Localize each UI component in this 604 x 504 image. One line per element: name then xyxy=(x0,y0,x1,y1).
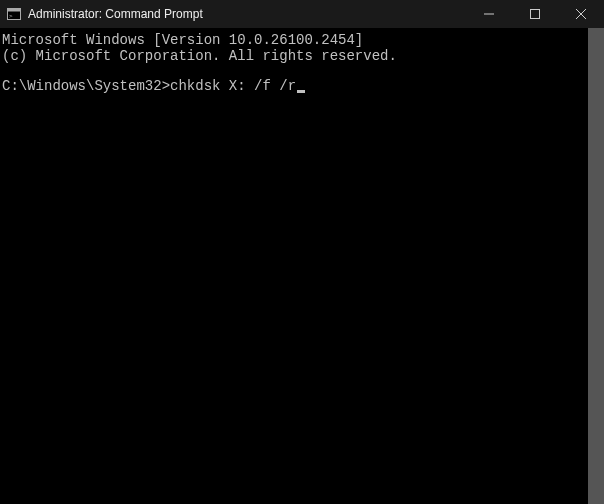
scrollbar-thumb[interactable] xyxy=(588,28,604,504)
prompt-line: C:\Windows\System32>chkdsk X: /f /r xyxy=(2,78,602,94)
command-prompt-window: >_ Administrator: Command Prompt xyxy=(0,0,604,504)
typed-command: chkdsk X: /f /r xyxy=(170,78,296,94)
svg-text:>_: >_ xyxy=(9,12,17,20)
close-icon xyxy=(576,9,586,19)
minimize-icon xyxy=(484,9,494,19)
maximize-button[interactable] xyxy=(512,0,558,28)
window-controls xyxy=(466,0,604,28)
svg-rect-4 xyxy=(531,10,540,19)
window-title: Administrator: Command Prompt xyxy=(28,7,466,21)
terminal-output[interactable]: Microsoft Windows [Version 10.0.26100.24… xyxy=(0,28,604,504)
minimize-button[interactable] xyxy=(466,0,512,28)
version-line: Microsoft Windows [Version 10.0.26100.24… xyxy=(2,32,602,48)
app-icon: >_ xyxy=(6,6,22,22)
titlebar[interactable]: >_ Administrator: Command Prompt xyxy=(0,0,604,28)
cursor xyxy=(297,90,305,93)
prompt-path: C:\Windows\System32> xyxy=(2,78,170,94)
maximize-icon xyxy=(530,9,540,19)
close-button[interactable] xyxy=(558,0,604,28)
vertical-scrollbar[interactable] xyxy=(588,28,604,504)
copyright-line: (c) Microsoft Corporation. All rights re… xyxy=(2,48,602,64)
